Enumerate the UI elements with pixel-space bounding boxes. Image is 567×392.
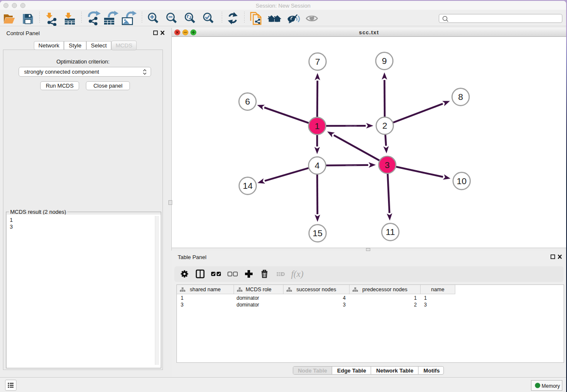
svg-text:3: 3 [385,160,390,170]
svg-text:f(x): f(x) [291,269,303,279]
svg-text:9: 9 [382,56,387,66]
svg-text:6: 6 [245,97,250,106]
svg-text:interacts with: interacts with [346,125,357,127]
svg-text:4: 4 [315,160,320,170]
svg-text:7: 7 [315,57,320,66]
svg-text:14: 14 [243,181,253,190]
svg-text:8: 8 [458,92,463,102]
svg-text:interacts with: interacts with [346,165,357,167]
svg-text:2: 2 [382,121,387,130]
svg-text:15: 15 [313,228,322,238]
svg-text:10: 10 [457,176,466,186]
svg-text:11: 11 [386,227,395,237]
svg-text:1: 1 [315,121,320,131]
